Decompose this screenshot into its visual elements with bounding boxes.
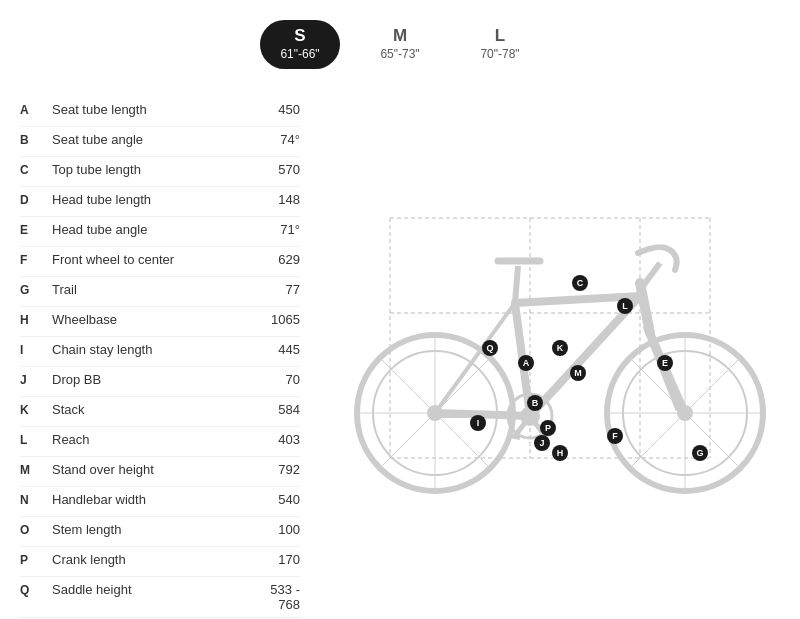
spec-letter: O [20, 523, 40, 537]
spec-value: 71° [250, 222, 300, 237]
spec-value: 1065 [250, 312, 300, 327]
spec-letter: E [20, 223, 40, 237]
svg-text:M: M [574, 368, 582, 378]
spec-row-m: MStand over height792 [20, 457, 300, 487]
spec-name: Reach [40, 432, 250, 449]
spec-row-f: FFront wheel to center629 [20, 247, 300, 277]
svg-line-22 [435, 303, 515, 413]
spec-letter: A [20, 103, 40, 117]
size-range: 61"-66" [280, 46, 319, 63]
size-range: 70"-78" [480, 46, 519, 63]
spec-name: Drop BB [40, 372, 250, 389]
size-selector: S61"-66"M65"-73"L70"-78" [20, 20, 780, 69]
spec-name: Front wheel to center [40, 252, 250, 269]
spec-value: 629 [250, 252, 300, 267]
spec-name: Top tube length [40, 162, 250, 179]
size-option-l[interactable]: L70"-78" [460, 20, 540, 69]
spec-row-g: GTrail77 [20, 277, 300, 307]
spec-name: Chain stay length [40, 342, 250, 359]
spec-letter: B [20, 133, 40, 147]
svg-text:C: C [577, 278, 584, 288]
spec-row-b: BSeat tube angle74° [20, 127, 300, 157]
svg-line-27 [530, 296, 640, 416]
spec-name: Head tube angle [40, 222, 250, 239]
spec-name: Wheelbase [40, 312, 250, 329]
spec-row-e: EHead tube angle71° [20, 217, 300, 247]
svg-line-28 [640, 283, 650, 333]
svg-text:K: K [557, 343, 564, 353]
spec-letter: I [20, 343, 40, 357]
spec-row-d: DHead tube length148 [20, 187, 300, 217]
spec-letter: J [20, 373, 40, 387]
spec-letter: P [20, 553, 40, 567]
spec-letter: F [20, 253, 40, 267]
spec-row-h: HWheelbase1065 [20, 307, 300, 337]
spec-row-a: ASeat tube length450 [20, 97, 300, 127]
size-label: L [495, 26, 505, 46]
spec-letter: H [20, 313, 40, 327]
svg-line-29 [650, 333, 685, 413]
svg-text:G: G [696, 448, 703, 458]
spec-row-n: NHandlebar width540 [20, 487, 300, 517]
spec-name: Head tube length [40, 192, 250, 209]
svg-text:F: F [612, 431, 618, 441]
size-option-s[interactable]: S61"-66" [260, 20, 340, 69]
spec-name: Seat tube length [40, 102, 250, 119]
spec-name: Stem length [40, 522, 250, 539]
spec-value: 403 [250, 432, 300, 447]
spec-name: Trail [40, 282, 250, 299]
spec-value: 540 [250, 492, 300, 507]
spec-name: Saddle height [40, 582, 250, 599]
spec-row-c: CTop tube length570 [20, 157, 300, 187]
bike-illustration: A B C E F G [330, 158, 770, 538]
size-range: 65"-73" [380, 46, 419, 63]
spec-value: 74° [250, 132, 300, 147]
spec-letter: K [20, 403, 40, 417]
spec-name: Handlebar width [40, 492, 250, 509]
spec-letter: Q [20, 583, 40, 597]
spec-value: 445 [250, 342, 300, 357]
svg-line-33 [643, 263, 660, 286]
spec-name: Seat tube angle [40, 132, 250, 149]
spec-letter: L [20, 433, 40, 447]
spec-name: Crank length [40, 552, 250, 569]
spec-row-k: KStack584 [20, 397, 300, 427]
specs-table: ASeat tube length450BSeat tube angle74°C… [20, 97, 300, 618]
spec-name: Stack [40, 402, 250, 419]
spec-letter: M [20, 463, 40, 477]
spec-value: 584 [250, 402, 300, 417]
page-container: S61"-66"M65"-73"L70"-78" ASeat tube leng… [0, 0, 800, 619]
svg-text:E: E [662, 358, 668, 368]
svg-text:L: L [622, 301, 628, 311]
svg-text:H: H [557, 448, 564, 458]
svg-text:P: P [545, 423, 551, 433]
size-label: M [393, 26, 407, 46]
spec-value: 570 [250, 162, 300, 177]
size-option-m[interactable]: M65"-73" [360, 20, 440, 69]
spec-value: 70 [250, 372, 300, 387]
main-content: ASeat tube length450BSeat tube angle74°C… [20, 97, 780, 618]
bike-svg: A B C E F G [330, 158, 770, 558]
spec-name: Stand over height [40, 462, 250, 479]
spec-letter: G [20, 283, 40, 297]
svg-line-31 [515, 266, 518, 303]
svg-text:A: A [523, 358, 530, 368]
svg-text:I: I [477, 418, 480, 428]
spec-value: 77 [250, 282, 300, 297]
spec-row-j: JDrop BB70 [20, 367, 300, 397]
spec-row-p: PCrank length170 [20, 547, 300, 577]
spec-row-i: IChain stay length445 [20, 337, 300, 367]
spec-value: 792 [250, 462, 300, 477]
spec-value: 170 [250, 552, 300, 567]
spec-row-q: QSaddle height533 - 768 [20, 577, 300, 618]
spec-value: 450 [250, 102, 300, 117]
spec-value: 533 - 768 [250, 582, 300, 612]
spec-row-l: LReach403 [20, 427, 300, 457]
svg-text:B: B [532, 398, 539, 408]
spec-value: 148 [250, 192, 300, 207]
bike-diagram: A B C E F G [300, 97, 780, 618]
spec-letter: D [20, 193, 40, 207]
spec-letter: C [20, 163, 40, 177]
spec-value: 100 [250, 522, 300, 537]
spec-letter: N [20, 493, 40, 507]
